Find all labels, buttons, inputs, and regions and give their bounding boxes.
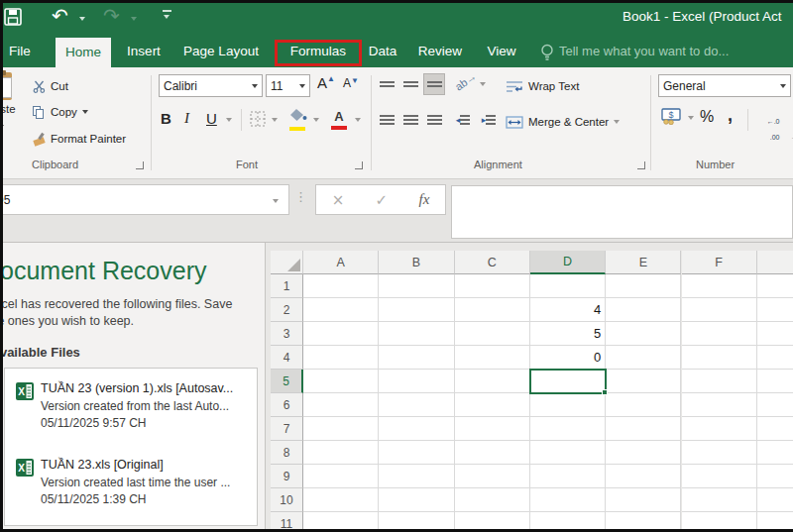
column-header-E[interactable]: E — [606, 251, 681, 274]
cell-B2[interactable] — [379, 298, 454, 322]
format-painter-button[interactable]: Format Painter — [33, 130, 126, 148]
cell-F2[interactable] — [682, 298, 757, 322]
cell-C3[interactable] — [455, 322, 530, 346]
cell-D3[interactable]: 5 — [530, 322, 606, 346]
font-family-combobox[interactable]: Calibri — [159, 74, 263, 97]
cell-partial-2[interactable] — [757, 298, 793, 322]
alignment-dialog-launcher-icon[interactable] — [637, 161, 645, 169]
cell-A6[interactable] — [303, 393, 379, 417]
cut-button[interactable]: Cut — [33, 77, 68, 95]
cell-F9[interactable] — [682, 465, 757, 488]
strip-grip-icon[interactable]: ⋮ — [294, 189, 307, 204]
cell-partial-5[interactable] — [757, 370, 793, 393]
cell-D7[interactable] — [530, 417, 606, 441]
redo-icon[interactable]: ↷ — [103, 6, 120, 26]
row-header-4[interactable]: 4 — [271, 346, 303, 370]
cell-D10[interactable] — [530, 488, 606, 512]
cell-F10[interactable] — [682, 488, 757, 512]
column-header-A[interactable]: A — [303, 251, 379, 274]
cell-E8[interactable] — [606, 441, 681, 465]
cell-E3[interactable] — [606, 322, 681, 346]
cell-A10[interactable] — [303, 488, 379, 512]
formula-input[interactable] — [451, 185, 793, 239]
row-header-3[interactable]: 3 — [271, 322, 303, 346]
cell-partial-7[interactable] — [757, 417, 793, 441]
cell-C1[interactable] — [455, 274, 530, 298]
accounting-format-button[interactable]: $ — [660, 108, 682, 129]
percent-style-button[interactable]: % — [700, 108, 714, 126]
cell-E6[interactable] — [606, 393, 681, 417]
clipboard-dialog-launcher-icon[interactable] — [136, 161, 144, 169]
cell-C4[interactable] — [455, 346, 530, 370]
borders-dropdown-icon[interactable] — [272, 118, 278, 122]
cell-A9[interactable] — [303, 465, 379, 488]
align-center-button[interactable] — [399, 109, 421, 131]
save-icon[interactable] — [4, 8, 22, 26]
cell-D8[interactable] — [530, 441, 606, 465]
cell-B7[interactable] — [379, 417, 454, 441]
cell-A2[interactable] — [303, 298, 379, 322]
tab-review[interactable]: Review — [408, 36, 472, 66]
cell-B4[interactable] — [379, 346, 454, 370]
cancel-icon[interactable]: × — [332, 191, 345, 209]
cell-A5[interactable] — [303, 370, 379, 393]
cell-C2[interactable] — [455, 298, 530, 322]
row-header-10[interactable]: 10 — [271, 488, 303, 512]
cell-C9[interactable] — [455, 465, 530, 488]
row-header-6[interactable]: 6 — [271, 393, 303, 417]
font-color-button[interactable]: A — [331, 107, 347, 130]
name-box[interactable]: D5 — [0, 184, 289, 215]
cell-D4[interactable]: 0 — [530, 346, 606, 370]
fill-handle[interactable] — [602, 389, 608, 395]
top-align-button[interactable] — [376, 73, 397, 95]
bold-button[interactable]: B — [161, 110, 171, 127]
cell-E2[interactable] — [606, 298, 681, 322]
recovered-file-item[interactable]: X TUẦN 23 (version 1).xls [Autosav... Ve… — [5, 381, 257, 441]
paste-button[interactable]: Paste — [0, 70, 30, 134]
font-dialog-launcher-icon[interactable] — [355, 161, 363, 169]
decrease-decimal-button[interactable]: .00 →.0 — [779, 110, 793, 150]
fill-color-dropdown-icon[interactable] — [313, 118, 319, 122]
merge-center-button[interactable]: Merge & Center — [506, 113, 620, 131]
tell-me-box[interactable]: Tell me what you want to do... — [559, 44, 729, 58]
cell-E10[interactable] — [606, 488, 681, 512]
wrap-text-button[interactable]: Wrap Text — [506, 77, 579, 95]
fill-color-button[interactable] — [289, 108, 307, 131]
customize-quick-access-arrow-icon[interactable] — [164, 15, 170, 19]
cell-F7[interactable] — [682, 417, 757, 441]
cell-F8[interactable] — [682, 441, 757, 465]
fx-icon[interactable]: fx — [418, 191, 429, 208]
tab-home[interactable]: Home — [56, 38, 111, 67]
tab-file[interactable]: File — [0, 36, 40, 66]
number-format-combobox[interactable]: General — [658, 74, 791, 97]
customize-quick-access-icon[interactable] — [163, 10, 171, 12]
name-box-dropdown-icon[interactable] — [273, 199, 279, 203]
row-header-1[interactable]: 1 — [271, 274, 303, 298]
cell-D1[interactable] — [530, 274, 606, 298]
cell-B5[interactable] — [379, 370, 454, 393]
cell-F5[interactable] — [682, 370, 757, 393]
tab-page-layout[interactable]: Page Layout — [174, 36, 268, 66]
middle-align-button[interactable] — [399, 73, 421, 95]
cell-D9[interactable] — [530, 465, 606, 488]
copy-button[interactable]: Copy — [33, 103, 88, 121]
bottom-align-button[interactable] — [423, 73, 445, 95]
align-right-button[interactable] — [423, 109, 445, 131]
cell-B6[interactable] — [379, 393, 454, 417]
column-header-F[interactable]: F — [682, 251, 757, 274]
font-size-combobox[interactable]: 11 — [266, 74, 310, 97]
underline-dropdown-icon[interactable] — [226, 118, 232, 122]
cell-E9[interactable] — [606, 465, 681, 488]
cell-A4[interactable] — [303, 346, 379, 370]
decrease-indent-button[interactable]: ◂ — [452, 109, 474, 131]
cell-F3[interactable] — [682, 322, 757, 346]
cell-partial-4[interactable] — [757, 346, 793, 370]
row-header-9[interactable]: 9 — [271, 465, 303, 488]
underline-button[interactable]: U — [206, 110, 217, 127]
cell-E7[interactable] — [606, 417, 681, 441]
cell-C10[interactable] — [455, 488, 530, 512]
column-header-partial[interactable] — [757, 251, 793, 274]
row-header-7[interactable]: 7 — [271, 417, 303, 441]
column-header-B[interactable]: B — [379, 251, 454, 274]
align-left-button[interactable] — [376, 109, 397, 131]
